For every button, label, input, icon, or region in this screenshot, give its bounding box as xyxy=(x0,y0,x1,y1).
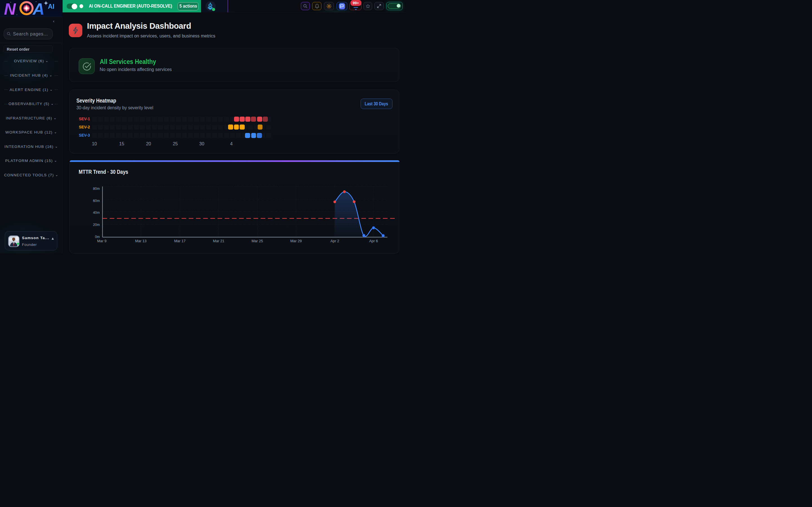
svg-text:Mar 25: Mar 25 xyxy=(252,239,263,243)
svg-text:Mar 21: Mar 21 xyxy=(213,239,224,243)
svg-text:Apr 6: Apr 6 xyxy=(369,239,378,243)
svg-text:80m: 80m xyxy=(93,186,100,190)
svg-text:40m: 40m xyxy=(93,211,100,215)
svg-text:Mar 9: Mar 9 xyxy=(97,239,106,243)
svg-text:Mar 17: Mar 17 xyxy=(174,239,186,243)
svg-text:Mar 13: Mar 13 xyxy=(135,239,146,243)
svg-text:60m: 60m xyxy=(93,199,100,203)
svg-text:Mar 29: Mar 29 xyxy=(290,239,302,243)
svg-text:AI: AI xyxy=(48,3,54,10)
svg-text:N: N xyxy=(4,0,16,17)
svg-text:20m: 20m xyxy=(93,223,100,227)
svg-text:A: A xyxy=(32,0,45,17)
svg-text:0m: 0m xyxy=(95,235,100,239)
svg-text:Apr 2: Apr 2 xyxy=(331,239,339,243)
